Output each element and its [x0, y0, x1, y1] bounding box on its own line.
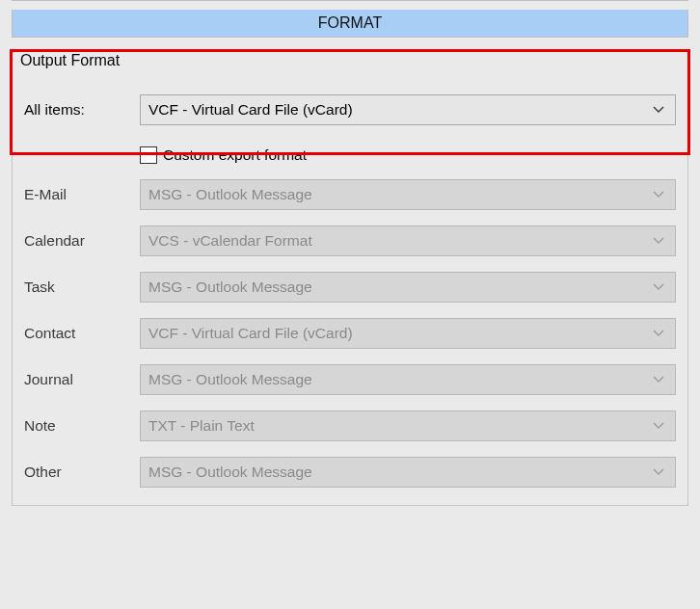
email-value: MSG - Outlook Message: [148, 186, 312, 203]
format-header-label: FORMAT: [318, 14, 382, 31]
custom-export-label: Custom export format: [163, 146, 307, 164]
other-label: Other: [24, 463, 140, 481]
chevron-down-icon: [652, 188, 665, 201]
other-select: MSG - Outlook Message: [140, 457, 676, 488]
note-select: TXT - Plain Text: [140, 410, 676, 441]
output-format-groupbox: Output Format All items: VCF - Virtual C…: [12, 51, 688, 506]
contact-value: VCF - Virtual Card File (vCard): [148, 325, 353, 342]
task-select: MSG - Outlook Message: [140, 272, 676, 303]
task-label: Task: [24, 278, 140, 296]
journal-select: MSG - Outlook Message: [140, 364, 676, 395]
note-value: TXT - Plain Text: [148, 417, 255, 435]
calendar-select: VCS - vCalendar Format: [140, 225, 676, 256]
email-label: E-Mail: [24, 186, 140, 203]
task-value: MSG - Outlook Message: [148, 278, 312, 296]
chevron-down-icon: [652, 373, 665, 386]
chevron-down-icon: [652, 465, 665, 479]
all-items-label: All items:: [24, 101, 140, 119]
other-value: MSG - Outlook Message: [148, 463, 312, 481]
custom-export-checkbox[interactable]: [140, 146, 157, 164]
calendar-value: VCS - vCalendar Format: [148, 232, 312, 250]
all-items-select[interactable]: VCF - Virtual Card File (vCard): [140, 94, 676, 125]
all-items-value: VCF - Virtual Card File (vCard): [148, 101, 353, 119]
journal-value: MSG - Outlook Message: [148, 371, 312, 388]
chevron-down-icon: [652, 280, 665, 294]
journal-label: Journal: [24, 371, 140, 388]
groupbox-title: Output Format: [18, 52, 121, 69]
note-label: Note: [24, 417, 140, 435]
email-select: MSG - Outlook Message: [140, 179, 676, 210]
chevron-down-icon: [652, 327, 665, 340]
format-header: FORMAT: [12, 10, 688, 38]
chevron-down-icon: [652, 234, 665, 248]
contact-select: VCF - Virtual Card File (vCard): [140, 318, 676, 349]
chevron-down-icon: [652, 419, 665, 433]
contact-label: Contact: [24, 325, 140, 342]
calendar-label: Calendar: [24, 232, 140, 250]
chevron-down-icon: [652, 103, 665, 117]
top-divider: [12, 0, 688, 10]
